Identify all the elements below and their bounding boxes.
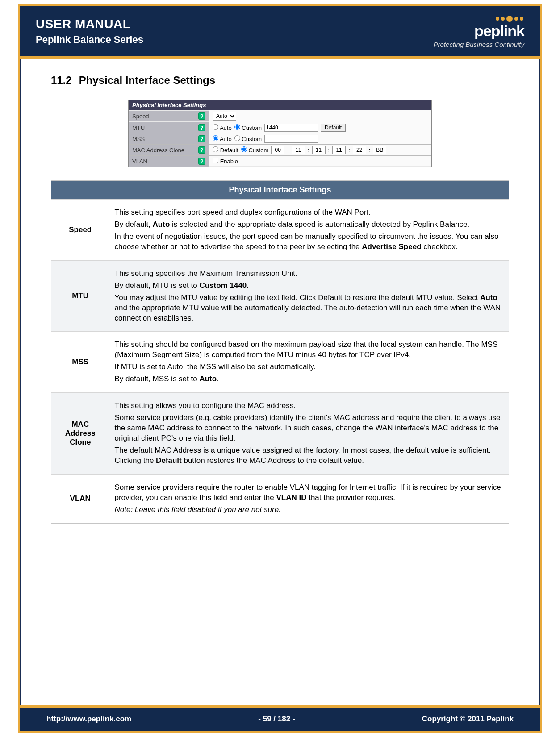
vlan-enable-checkbox[interactable]: Enable bbox=[213, 158, 238, 165]
description-paragraph: Some service providers (e.g. cable provi… bbox=[115, 413, 504, 444]
description-paragraph: This setting specifies the Maximum Trans… bbox=[115, 269, 504, 279]
mtu-default-button[interactable]: Default bbox=[321, 124, 346, 132]
table-row: MSSThis setting should be configured bas… bbox=[51, 332, 509, 393]
footer-page: - 59 / 182 - bbox=[258, 715, 295, 724]
mss-value-input[interactable] bbox=[264, 135, 318, 143]
row-description: This setting allows you to configure the… bbox=[109, 393, 509, 475]
mtu-custom-radio[interactable]: Custom bbox=[234, 124, 262, 131]
mac-octet-3[interactable] bbox=[332, 146, 346, 154]
row-label: MAC Address Clone bbox=[51, 393, 109, 475]
row-mtu: MTU ? Auto Custom Default bbox=[129, 122, 431, 133]
manual-subtitle: Peplink Balance Series bbox=[36, 34, 143, 46]
row-vlan: VLAN ? Enable bbox=[129, 155, 431, 167]
mtu-label-cell: MTU ? bbox=[129, 122, 209, 133]
section-title-text: Physical Interface Settings bbox=[79, 74, 215, 86]
mac-label: MAC Address Clone bbox=[132, 147, 184, 154]
row-description: This setting specifies port speed and du… bbox=[109, 200, 509, 261]
header-bar: USER MANUAL Peplink Balance Series pepli… bbox=[20, 6, 540, 59]
manual-title: USER MANUAL bbox=[36, 17, 143, 31]
mac-octet-1[interactable] bbox=[292, 146, 305, 154]
mss-custom-radio[interactable]: Custom bbox=[234, 135, 262, 142]
description-paragraph: The default MAC Address is a unique valu… bbox=[115, 446, 504, 466]
description-paragraph: This setting specifies port speed and du… bbox=[115, 208, 504, 218]
description-paragraph: This setting allows you to configure the… bbox=[115, 401, 504, 411]
mac-controls: Default Custom : : : : : bbox=[209, 145, 431, 155]
mac-octet-0[interactable] bbox=[271, 146, 284, 154]
speed-select[interactable]: Auto bbox=[213, 112, 236, 121]
description-paragraph: By default, Auto is selected and the app… bbox=[115, 220, 504, 230]
vlan-label-cell: VLAN ? bbox=[129, 156, 209, 167]
footer-url: http://www.peplink.com bbox=[46, 715, 131, 724]
page-frame: USER MANUAL Peplink Balance Series pepli… bbox=[18, 4, 542, 733]
mac-custom-radio[interactable]: Custom bbox=[241, 146, 268, 154]
mac-octet-5[interactable] bbox=[373, 146, 386, 154]
table-row: MTUThis setting specifies the Maximum Tr… bbox=[51, 260, 509, 332]
speed-label: Speed bbox=[132, 113, 149, 120]
logo-area: peplink Protecting Business Continuity bbox=[434, 14, 524, 48]
mac-label-cell: MAC Address Clone ? bbox=[129, 145, 209, 155]
logo-tagline: Protecting Business Continuity bbox=[434, 41, 524, 48]
mac-octet-4[interactable] bbox=[353, 146, 366, 154]
row-mac: MAC Address Clone ? Default Custom : : :… bbox=[129, 144, 431, 155]
help-icon[interactable]: ? bbox=[198, 112, 205, 120]
row-description: This setting should be configured based … bbox=[109, 332, 509, 393]
logo-dots-icon bbox=[495, 14, 524, 22]
description-paragraph: This setting should be configured based … bbox=[115, 340, 504, 360]
row-speed: Speed ? Auto bbox=[129, 110, 431, 122]
header-text: USER MANUAL Peplink Balance Series bbox=[36, 17, 143, 46]
settings-panel: Physical Interface Settings Speed ? Auto… bbox=[128, 100, 432, 167]
mac-octet-2[interactable] bbox=[312, 146, 326, 154]
row-description: This setting specifies the Maximum Trans… bbox=[109, 260, 509, 332]
help-icon[interactable]: ? bbox=[198, 124, 205, 131]
table-row: SpeedThis setting specifies port speed a… bbox=[51, 200, 509, 261]
help-icon[interactable]: ? bbox=[198, 135, 205, 142]
section-heading: 11.2 Physical Interface Settings bbox=[51, 74, 509, 87]
help-icon[interactable]: ? bbox=[198, 146, 205, 154]
description-paragraph: In the event of negotiation issues, the … bbox=[115, 232, 504, 252]
mtu-value-input[interactable] bbox=[264, 124, 318, 132]
row-label: Speed bbox=[51, 200, 109, 261]
description-table: Physical Interface Settings SpeedThis se… bbox=[51, 180, 509, 524]
panel-title: Physical Interface Settings bbox=[129, 100, 431, 110]
logo-text: peplink bbox=[434, 22, 524, 40]
row-description: Some service providers require the route… bbox=[109, 474, 509, 523]
row-label: VLAN bbox=[51, 474, 109, 523]
speed-controls: Auto bbox=[209, 110, 431, 122]
description-paragraph: By default, MTU is set to Custom 1440. bbox=[115, 281, 504, 291]
mss-auto-radio[interactable]: Auto bbox=[213, 135, 232, 142]
mss-label-cell: MSS ? bbox=[129, 133, 209, 144]
mss-label: MSS bbox=[132, 136, 145, 142]
vlan-controls: Enable bbox=[209, 156, 431, 166]
row-label: MSS bbox=[51, 332, 109, 393]
content-area: 11.2 Physical Interface Settings Physica… bbox=[20, 59, 540, 524]
row-mss: MSS ? Auto Custom bbox=[129, 133, 431, 144]
mtu-label: MTU bbox=[132, 125, 145, 131]
table-row: VLANSome service providers require the r… bbox=[51, 474, 509, 523]
mss-controls: Auto Custom bbox=[209, 133, 431, 144]
description-paragraph: Note: Leave this field disabled if you a… bbox=[115, 505, 504, 515]
mtu-controls: Auto Custom Default bbox=[209, 122, 431, 133]
footer-copyright: Copyright © 2011 Peplink bbox=[422, 715, 514, 724]
section-number: 11.2 bbox=[51, 74, 76, 87]
mtu-auto-radio[interactable]: Auto bbox=[213, 124, 232, 131]
description-paragraph: By default, MSS is set to Auto. bbox=[115, 374, 504, 384]
description-paragraph: Some service providers require the route… bbox=[115, 483, 504, 503]
footer-bar: http://www.peplink.com - 59 / 182 - Copy… bbox=[20, 705, 540, 731]
description-paragraph: You may adjust the MTU value by editing … bbox=[115, 293, 504, 324]
row-label: MTU bbox=[51, 260, 109, 332]
table-row: MAC Address CloneThis setting allows you… bbox=[51, 393, 509, 475]
help-icon[interactable]: ? bbox=[198, 158, 205, 165]
vlan-label: VLAN bbox=[132, 158, 147, 165]
speed-label-cell: Speed ? bbox=[129, 111, 209, 121]
description-paragraph: If MTU is set to Auto, the MSS will also… bbox=[115, 362, 504, 372]
table-header: Physical Interface Settings bbox=[51, 181, 509, 200]
mac-default-radio[interactable]: Default bbox=[213, 146, 238, 154]
